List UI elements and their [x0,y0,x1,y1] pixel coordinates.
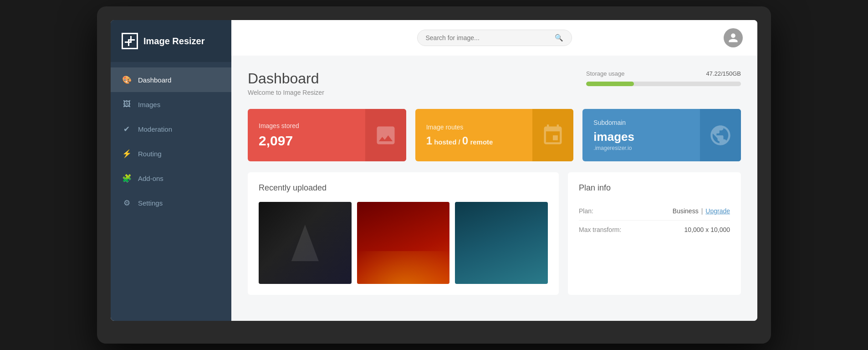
stat-value-images: 2,097 [259,133,354,149]
sidebar-item-label: Images [138,101,160,108]
stat-label-routes: Image routes [426,124,522,131]
sidebar-item-settings[interactable]: ⚙ Settings [111,190,231,215]
logo-icon [122,33,138,49]
page-subtitle: Welcome to Image Resizer [248,89,324,96]
stat-value-subdomain: images [593,130,689,144]
laptop-frame: Image Resizer 🎨 Dashboard 🖼 Images ✔ Mod… [97,6,771,344]
stat-icon-images [365,109,406,161]
upgrade-link[interactable]: Upgrade [705,207,730,215]
page-title-block: Dashboard Welcome to Image Resizer [248,70,324,96]
recently-uploaded-panel: Recently uploaded [248,172,559,295]
addons-icon: 🧩 [122,173,132,183]
storage-label: Storage usage [586,70,625,77]
stat-content-images: Images stored 2,097 [248,109,365,161]
page-header: Dashboard Welcome to Image Resizer Stora… [248,70,741,96]
storage-fill [586,82,634,86]
plan-info-title: Plan info [579,183,730,193]
main-content: 🔍 Dashboard [231,20,757,321]
stat-card-image-routes: Image routes 1 hosted / 0 remote [415,109,574,161]
search-bar[interactable]: 🔍 [417,30,572,46]
app-title: Image Resizer [143,36,205,46]
stat-content-routes: Image routes 1 hosted / 0 remote [415,109,533,161]
top-header: 🔍 [231,20,757,56]
routes-hosted-num: 1 [426,134,432,147]
sidebar-logo-area: Image Resizer [111,20,231,62]
plan-value-area: Business | Upgrade [673,207,730,215]
sidebar-item-routing[interactable]: ⚡ Routing [111,141,231,166]
page-title: Dashboard [248,70,324,87]
stat-card-subdomain: Subdomain images .imageresizer.io [582,109,741,161]
page-content: Dashboard Welcome to Image Resizer Stora… [231,56,757,321]
app-wrapper: Image Resizer 🎨 Dashboard 🖼 Images ✔ Mod… [111,20,757,321]
storage-bar [586,82,741,86]
routes-remote-num: 0 [462,134,468,147]
sidebar-nav: 🎨 Dashboard 🖼 Images ✔ Moderation ⚡ Rout… [111,62,231,221]
sidebar-item-label: Moderation [138,125,172,133]
plan-label: Plan: [579,207,593,215]
stat-label-subdomain: Subdomain [593,119,689,126]
thumbnail-3 [455,202,548,284]
sidebar-item-label: Routing [138,150,162,158]
stats-row: Images stored 2,097 [248,109,741,161]
search-icon: 🔍 [555,34,563,42]
thumbnail-1 [259,202,352,284]
plan-row-plan: Plan: Business | Upgrade [579,202,730,221]
sidebar-item-label: Settings [138,199,163,207]
max-transform-label: Max transform: [579,226,621,233]
stat-icon-routes [532,109,573,161]
stat-icon-subdomain [700,109,741,161]
stat-label-images: Images stored [259,122,354,129]
plan-row-transform: Max transform: 10,000 x 10,000 [579,221,730,239]
stat-card-images-stored: Images stored 2,097 [248,109,406,161]
max-transform-value: 10,000 x 10,000 [684,226,730,233]
plan-value: Business [673,207,699,215]
bottom-row: Recently uploaded [248,172,741,295]
avatar-icon [728,32,739,43]
plan-info-panel: Plan info Plan: Business | Upgrade [568,172,741,295]
image-grid [259,202,548,284]
dashboard-icon: 🎨 [122,75,132,85]
user-avatar[interactable] [724,28,743,47]
sidebar-item-label: Dashboard [138,76,171,84]
subdomain-suffix: .imageresizer.io [593,145,689,151]
stat-content-subdomain: Subdomain images .imageresizer.io [582,109,700,161]
sidebar-item-images[interactable]: 🖼 Images [111,92,231,117]
stat-value-routes: 1 hosted / 0 remote [426,134,522,147]
images-icon: 🖼 [122,99,132,109]
settings-icon: ⚙ [122,198,132,208]
storage-block: Storage usage 47.22/150GB [586,70,741,86]
sidebar-item-moderation[interactable]: ✔ Moderation [111,117,231,141]
routing-icon: ⚡ [122,149,132,159]
laptop-screen: Image Resizer 🎨 Dashboard 🖼 Images ✔ Mod… [111,20,757,321]
storage-numbers: 47.22/150GB [706,70,741,77]
moderation-icon: ✔ [122,124,132,134]
sidebar-item-addons[interactable]: 🧩 Add-ons [111,166,231,190]
search-input[interactable] [426,34,550,41]
sidebar-item-label: Add-ons [138,175,163,182]
sidebar: Image Resizer 🎨 Dashboard 🖼 Images ✔ Mod… [111,20,231,321]
sidebar-item-dashboard[interactable]: 🎨 Dashboard [111,67,231,92]
thumbnail-2 [357,202,450,284]
recently-uploaded-title: Recently uploaded [259,183,548,193]
